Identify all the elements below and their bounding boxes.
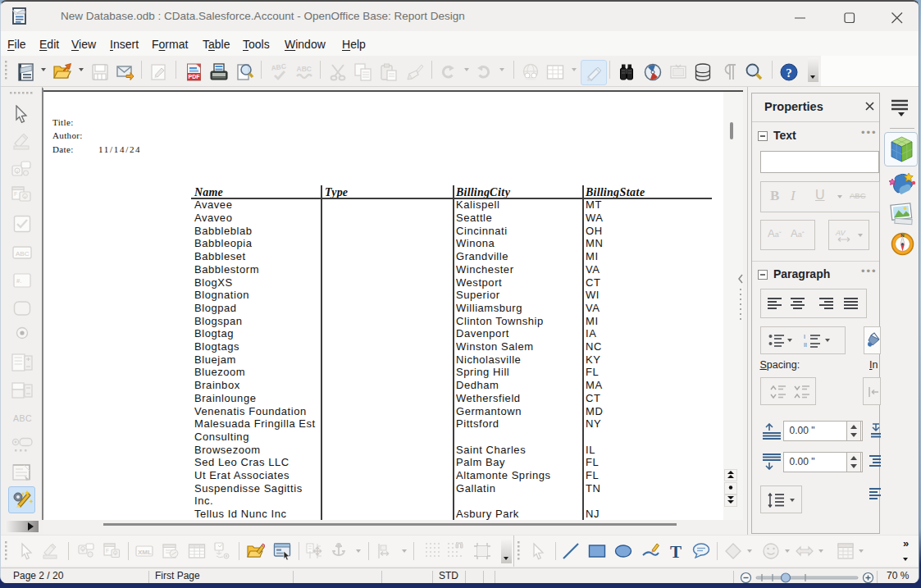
- svg-text:ABC: ABC: [13, 413, 32, 423]
- svg-text:ABC: ABC: [271, 63, 287, 72]
- svg-text:#.: #.: [16, 277, 21, 285]
- svg-text:F: F: [14, 191, 17, 197]
- svg-text:?: ?: [786, 66, 792, 80]
- svg-text:ABC: ABC: [297, 65, 312, 73]
- svg-text:F: F: [106, 548, 109, 554]
- svg-text:XML: XML: [138, 549, 152, 556]
- svg-text:I: I: [804, 334, 805, 340]
- svg-text:ABC: ABC: [16, 250, 30, 258]
- svg-text:AV: AV: [835, 229, 846, 237]
- svg-text:T: T: [670, 542, 682, 560]
- svg-text:PDF: PDF: [189, 74, 201, 80]
- svg-text:II: II: [804, 342, 807, 348]
- svg-text:N: N: [900, 233, 904, 238]
